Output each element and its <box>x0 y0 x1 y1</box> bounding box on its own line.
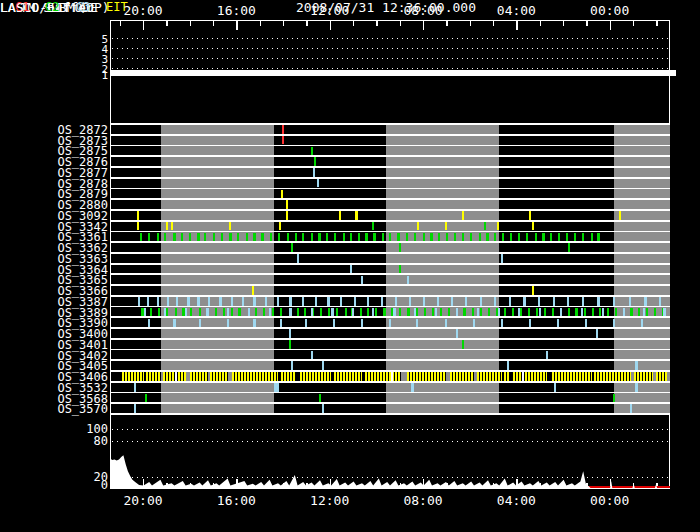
event-tick <box>343 233 345 242</box>
event-tick <box>494 233 496 242</box>
event-tick <box>430 233 432 242</box>
event-tick <box>619 211 621 220</box>
row-divider <box>110 327 670 329</box>
event-tick <box>575 308 577 317</box>
event-tick <box>635 383 637 392</box>
event-tick <box>164 233 166 242</box>
event-tick <box>411 383 413 392</box>
event-tick <box>454 233 456 242</box>
event-tick <box>358 233 360 242</box>
event-tick <box>566 233 568 242</box>
event-tick <box>223 308 225 317</box>
event-tick <box>231 297 233 306</box>
event-tick <box>613 394 615 403</box>
event-tick <box>190 308 192 317</box>
event-tick <box>399 308 401 317</box>
event-tick <box>289 297 291 306</box>
row-divider <box>110 338 670 340</box>
event-tick <box>340 297 342 306</box>
event-tick <box>528 308 530 317</box>
event-tick <box>539 308 541 317</box>
time-tick <box>306 21 307 26</box>
event-tick <box>282 125 284 134</box>
time-tick <box>423 21 424 30</box>
event-tick <box>333 319 335 328</box>
event-tick <box>137 222 139 231</box>
event-tick <box>423 297 425 306</box>
event-tick <box>297 308 299 317</box>
time-tick <box>446 21 447 26</box>
event-barcode-segment <box>281 372 295 381</box>
event-tick <box>189 233 191 242</box>
event-tick <box>462 211 464 220</box>
row-divider <box>110 145 670 147</box>
event-tick <box>643 308 645 317</box>
event-barcode-segment <box>210 372 228 381</box>
event-tick <box>451 297 453 306</box>
event-tick <box>623 308 625 317</box>
buffer-axis-label: 80 <box>70 434 108 448</box>
event-tick <box>197 297 199 306</box>
event-tick <box>255 308 257 317</box>
event-tick <box>287 233 289 242</box>
event-tick <box>297 254 299 263</box>
event-tick <box>361 276 363 285</box>
event-tick <box>550 233 552 242</box>
event-tick <box>512 308 514 317</box>
event-tick <box>311 308 313 317</box>
row-divider <box>110 284 670 286</box>
event-tick <box>484 222 486 231</box>
event-tick <box>607 308 609 317</box>
event-tick <box>231 308 233 317</box>
event-tick <box>456 308 458 317</box>
event-tick <box>532 286 534 295</box>
event-barcode-segment <box>477 372 502 381</box>
event-tick <box>279 222 281 231</box>
time-tick <box>190 21 191 26</box>
event-tick <box>389 233 391 242</box>
event-tick <box>199 319 201 328</box>
event-tick <box>440 308 442 317</box>
event-barcode-segment <box>594 372 630 381</box>
event-tick <box>544 308 546 317</box>
event-tick <box>227 308 229 317</box>
time-tick <box>166 21 167 26</box>
time-tick <box>143 21 144 30</box>
event-tick <box>166 222 168 231</box>
event-tick <box>147 297 149 306</box>
event-tick <box>311 147 313 156</box>
event-tick <box>291 243 293 252</box>
event-tick <box>538 297 540 306</box>
event-tick <box>318 233 320 242</box>
event-tick <box>414 308 416 317</box>
event-tick <box>137 211 139 220</box>
event-barcode-segment <box>450 372 474 381</box>
event-tick <box>407 308 409 317</box>
event-tick <box>372 222 374 231</box>
event-tick <box>437 297 439 306</box>
event-tick <box>140 233 142 242</box>
event-tick <box>448 308 450 317</box>
event-tick <box>237 233 239 242</box>
time-label: 08:00 <box>398 3 448 18</box>
event-tick <box>438 233 440 242</box>
time-label: 16:00 <box>211 3 261 18</box>
event-barcode-segment <box>365 372 401 381</box>
event-barcode-segment <box>146 372 160 381</box>
event-tick <box>289 329 291 338</box>
row-divider <box>110 241 670 243</box>
buffer-axis-label: 0 <box>70 478 108 492</box>
event-tick <box>219 297 221 306</box>
event-tick <box>473 319 475 328</box>
event-tick <box>522 372 524 381</box>
event-tick <box>327 297 329 306</box>
time-label: 08:00 <box>398 493 448 508</box>
event-tick <box>157 297 159 306</box>
event-barcode-segment <box>122 372 143 381</box>
event-tick <box>317 179 319 188</box>
event-tick <box>148 319 150 328</box>
event-tick <box>646 308 648 317</box>
event-tick <box>272 308 274 317</box>
event-tick <box>322 361 324 370</box>
event-tick <box>630 308 632 317</box>
